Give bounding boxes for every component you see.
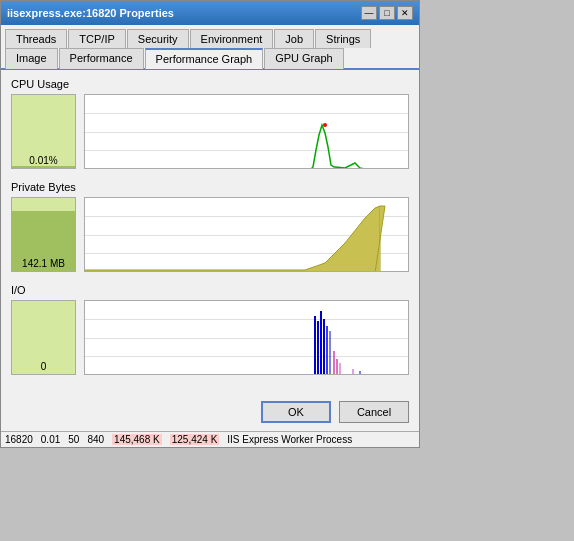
cpu-gauge-bar — [12, 166, 75, 168]
status-pid: 16820 — [5, 434, 33, 445]
cpu-graph — [84, 94, 409, 169]
private-bytes-gauge-value: 142.1 MB — [12, 258, 75, 269]
window-title: iisexpress.exe:16820 Properties — [7, 7, 174, 19]
io-label: I/O — [11, 284, 409, 296]
tab-image[interactable]: Image — [5, 48, 58, 69]
private-bytes-gauge: 142.1 MB — [11, 197, 76, 272]
cancel-button[interactable]: Cancel — [339, 401, 409, 423]
private-bytes-graph-svg — [85, 198, 408, 271]
tab-security[interactable]: Security — [127, 29, 189, 48]
cpu-label: CPU Usage — [11, 78, 409, 90]
window-controls: — □ ✕ — [361, 6, 413, 20]
tab-environment[interactable]: Environment — [190, 29, 274, 48]
private-bytes-graph — [84, 197, 409, 272]
cpu-row: 0.01% — [11, 94, 409, 169]
io-gauge-value: 0 — [12, 361, 75, 372]
minimize-button[interactable]: — — [361, 6, 377, 20]
tabs-row2: Image Performance Performance Graph GPU … — [1, 47, 419, 70]
private-bytes-row: 142.1 MB — [11, 197, 409, 272]
status-cpu: 0.01 — [41, 434, 60, 445]
ok-button[interactable]: OK — [261, 401, 331, 423]
tab-strings[interactable]: Strings — [315, 29, 371, 48]
tab-gpu-graph[interactable]: GPU Graph — [264, 48, 343, 69]
status-bar: 16820 0.01 50 840 145,468 K 125,424 K II… — [1, 431, 419, 447]
io-gauge: 0 — [11, 300, 76, 375]
tab-performance[interactable]: Performance — [59, 48, 144, 69]
bottom-bar: OK Cancel — [1, 395, 419, 431]
content-area: CPU Usage 0.01% Private Byte — [1, 70, 419, 395]
tab-job[interactable]: Job — [274, 29, 314, 48]
cpu-gauge: 0.01% — [11, 94, 76, 169]
io-row: 0 — [11, 300, 409, 375]
tabs-row1: Threads TCP/IP Security Environment Job … — [1, 25, 419, 48]
private-bytes-label: Private Bytes — [11, 181, 409, 193]
status-mem2: 125,424 K — [170, 434, 220, 445]
maximize-button[interactable]: □ — [379, 6, 395, 20]
cpu-graph-svg — [85, 95, 408, 168]
svg-marker-1 — [85, 206, 380, 271]
status-mem1: 145,468 K — [112, 434, 162, 445]
tab-tcpip[interactable]: TCP/IP — [68, 29, 125, 48]
svg-point-0 — [323, 123, 327, 127]
tab-threads[interactable]: Threads — [5, 29, 67, 48]
status-process: IIS Express Worker Process — [227, 434, 352, 445]
cpu-gauge-value: 0.01% — [12, 155, 75, 166]
tab-performance-graph[interactable]: Performance Graph — [145, 48, 264, 69]
io-graph — [84, 300, 409, 375]
io-graph-svg — [85, 301, 408, 374]
close-button[interactable]: ✕ — [397, 6, 413, 20]
properties-window: iisexpress.exe:16820 Properties — □ ✕ Th… — [0, 0, 420, 448]
status-col4: 840 — [87, 434, 104, 445]
status-col3: 50 — [68, 434, 79, 445]
title-bar: iisexpress.exe:16820 Properties — □ ✕ — [1, 1, 419, 25]
